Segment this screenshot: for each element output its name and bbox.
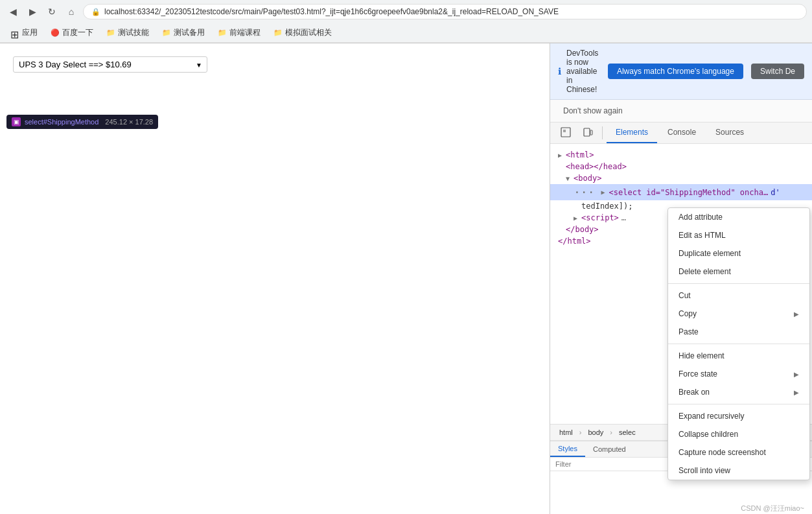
- tab-styles[interactable]: Styles: [550, 441, 585, 457]
- tree-toggle-html[interactable]: ▶: [558, 152, 562, 159]
- bookmark-test-skill[interactable]: 📁 测试技能: [101, 26, 154, 40]
- ctx-expand-recursively-label: Expand recursively: [679, 412, 744, 421]
- ctx-add-attribute-label: Add attribute: [679, 213, 723, 222]
- ctx-hide-element-label: Hide element: [679, 351, 725, 360]
- svg-rect-2: [590, 130, 592, 135]
- ctx-capture-screenshot[interactable]: Capture node screenshot: [668, 443, 809, 461]
- ctx-break-on-label: Break on: [679, 388, 710, 397]
- bookmark-interview[interactable]: 📁 模拟面试相关: [268, 26, 337, 40]
- ctx-copy[interactable]: Copy ▶: [668, 305, 809, 323]
- home-button[interactable]: ⌂: [64, 4, 79, 19]
- inspect-element-button[interactable]: [555, 123, 576, 143]
- ctx-cut[interactable]: Cut: [668, 286, 809, 305]
- tree-html-close-tag: </html>: [558, 237, 591, 246]
- tab-sources[interactable]: Sources: [706, 123, 753, 143]
- tab-computed[interactable]: Computed: [585, 441, 634, 457]
- breadcrumb-select[interactable]: selec: [615, 427, 640, 438]
- page-content: UPS 3 Day Select ==> $10.69 ▼ ▣ select#S…: [0, 43, 550, 514]
- shipping-select[interactable]: UPS 3 Day Select ==> $10.69: [13, 56, 207, 73]
- ctx-divider-3: [668, 404, 809, 404]
- notification-text: DevTools is now available in Chinese!: [566, 49, 603, 94]
- ctx-edit-as-html-label: Edit as HTML: [679, 231, 726, 240]
- ctx-cut-label: Cut: [679, 291, 691, 300]
- ctx-duplicate-element[interactable]: Duplicate element: [668, 244, 809, 263]
- ctx-copy-label: Copy: [679, 309, 697, 318]
- tree-toggle-select[interactable]: ▶: [601, 189, 605, 196]
- ctx-capture-screenshot-label: Capture node screenshot: [679, 448, 766, 457]
- tree-toggle-body[interactable]: ▼: [566, 175, 570, 182]
- tree-head-tag: <head></head>: [566, 162, 627, 171]
- tooltip-icon: ▣: [12, 117, 21, 126]
- ctx-delete-element[interactable]: Delete element: [668, 263, 809, 281]
- always-match-button[interactable]: Always match Chrome's language: [608, 64, 743, 79]
- ctx-scroll-into-view[interactable]: Scroll into view: [668, 461, 809, 480]
- dont-show-button[interactable]: Don't show again: [558, 104, 628, 118]
- apps-icon: ⊞: [10, 29, 19, 38]
- lock-icon: 🔒: [91, 8, 100, 16]
- breadcrumb-sep-1: ›: [579, 428, 582, 436]
- tooltip-size: 245.12 × 17.28: [105, 118, 153, 126]
- baidu-icon: 🔴: [51, 29, 60, 38]
- bookmark-frontend[interactable]: 📁 前端课程: [213, 26, 266, 40]
- bookmark-baidu-label: 百度一下: [62, 27, 93, 38]
- url-text: localhost:63342/_20230512testcode/src/ma…: [104, 7, 559, 16]
- tree-script-tag: <script>: [581, 213, 619, 222]
- tree-line-body[interactable]: ▼ <body>: [550, 172, 812, 184]
- ctx-duplicate-element-label: Duplicate element: [679, 249, 741, 258]
- bookmark-apps[interactable]: ⊞ 应用: [5, 26, 43, 40]
- folder-icon-4: 📁: [273, 29, 283, 38]
- address-bar[interactable]: 🔒 localhost:63342/_20230512testcode/src/…: [83, 4, 807, 19]
- bookmark-baidu[interactable]: 🔴 百度一下: [45, 26, 99, 40]
- nav-bar: ◀ ▶ ↻ ⌂ 🔒 localhost:63342/_20230512testc…: [0, 0, 812, 23]
- tree-select-text: tedIndex]);: [581, 202, 632, 211]
- tree-line-head[interactable]: <head></head>: [550, 161, 812, 172]
- ctx-force-state[interactable]: Force state ▶: [668, 365, 809, 383]
- switch-de-button[interactable]: Switch De: [751, 64, 804, 79]
- devtools-tabs: Elements Console Sources: [550, 123, 812, 144]
- refresh-button[interactable]: ↻: [44, 4, 60, 19]
- bookmark-test-backup[interactable]: 📁 测试备用: [157, 26, 210, 40]
- device-toolbar-button[interactable]: [577, 123, 598, 143]
- ctx-hide-element[interactable]: Hide element: [668, 347, 809, 365]
- tree-line-html[interactable]: ▶ <html>: [550, 149, 812, 161]
- breadcrumb-body[interactable]: body: [584, 427, 607, 438]
- tree-select-tag: <select id="ShippingMethod" oncha…: [609, 188, 769, 197]
- notification-bar: ℹ DevTools is now available in Chinese! …: [550, 43, 812, 100]
- tree-toggle-script[interactable]: ▶: [574, 215, 577, 222]
- bookmark-test-skill-label: 测试技能: [118, 27, 149, 38]
- tab-console[interactable]: Console: [658, 123, 705, 143]
- tree-select-truncated: d': [771, 188, 780, 197]
- tree-row-dots[interactable]: ···: [574, 185, 595, 199]
- ctx-paste[interactable]: Paste: [668, 323, 809, 341]
- tree-html-tag: <html>: [566, 150, 594, 159]
- folder-icon-3: 📁: [218, 29, 227, 38]
- tree-line-select[interactable]: ··· ▶ <select id="ShippingMethod" oncha……: [550, 184, 812, 200]
- context-menu: Add attribute Edit as HTML Duplicate ele…: [667, 207, 810, 480]
- ctx-collapse-children-label: Collapse children: [679, 430, 738, 439]
- ctx-force-state-label: Force state: [679, 369, 717, 379]
- ctx-expand-recursively[interactable]: Expand recursively: [668, 407, 809, 425]
- ctx-edit-as-html[interactable]: Edit as HTML: [668, 226, 809, 244]
- back-button[interactable]: ◀: [5, 4, 21, 19]
- forward-button[interactable]: ▶: [25, 4, 40, 19]
- select-wrapper: UPS 3 Day Select ==> $10.69 ▼: [13, 56, 207, 73]
- tab-elements[interactable]: Elements: [607, 123, 657, 143]
- breadcrumb-sep-2: ›: [610, 428, 612, 436]
- info-icon: ℹ: [558, 66, 561, 76]
- ctx-copy-arrow: ▶: [794, 310, 799, 318]
- bookmarks-bar: ⊞ 应用 🔴 百度一下 📁 测试技能 📁 测试备用 📁 前端课程 📁 模拟面试相…: [0, 23, 812, 43]
- folder-icon-2: 📁: [162, 29, 171, 38]
- breadcrumb-html[interactable]: html: [555, 427, 577, 438]
- ctx-break-on-arrow: ▶: [794, 389, 799, 396]
- bookmark-apps-label: 应用: [22, 27, 38, 38]
- ctx-divider-2: [668, 344, 809, 344]
- ctx-force-state-arrow: ▶: [794, 371, 799, 378]
- ctx-break-on[interactable]: Break on ▶: [668, 383, 809, 401]
- ctx-delete-element-label: Delete element: [679, 267, 731, 276]
- ctx-add-attribute[interactable]: Add attribute: [668, 208, 809, 226]
- ctx-collapse-children[interactable]: Collapse children: [668, 425, 809, 443]
- dont-show-bar: Don't show again: [550, 100, 812, 123]
- bookmark-interview-label: 模拟面试相关: [285, 27, 332, 38]
- ctx-paste-label: Paste: [679, 327, 699, 336]
- element-tooltip: ▣ select#ShippingMethod 245.12 × 17.28: [6, 115, 158, 129]
